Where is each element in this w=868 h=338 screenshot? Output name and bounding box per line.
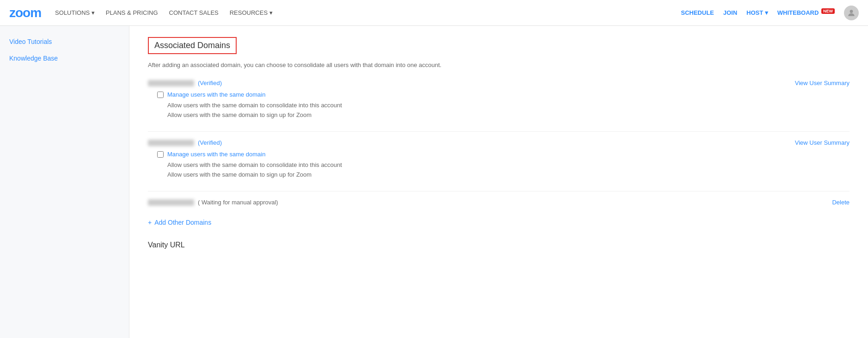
domain-entry-1: (Verified) View User Summary Manage user…	[148, 80, 850, 118]
section-description: After adding an associated domain, you c…	[148, 61, 850, 68]
manage-checkbox-row-1: Manage users with the same domain	[157, 91, 850, 98]
option-consolidate-2: Allow users with the same domain to cons…	[167, 161, 850, 168]
manage-checkbox-row-2: Manage users with the same domain	[157, 151, 850, 158]
view-summary-link-2[interactable]: View User Summary	[795, 139, 850, 146]
manage-label-1[interactable]: Manage users with the same domain	[167, 91, 265, 98]
nav-schedule[interactable]: SCHEDULE	[681, 9, 714, 16]
domain-status-1: (Verified)	[198, 80, 222, 86]
user-avatar[interactable]	[844, 6, 859, 20]
option-signup-2: Allow users with the same domain to sign…	[167, 171, 850, 178]
nav-right: SCHEDULE JOIN HOST ▾ WHITEBOARD NEW	[681, 6, 859, 20]
nav-join[interactable]: JOIN	[723, 9, 737, 16]
domain-header-3: ( Waiting for manual approval) Delete	[148, 199, 850, 206]
manage-checkbox-2[interactable]	[157, 151, 164, 158]
main-content: Associated Domains After adding an assoc…	[129, 26, 868, 338]
sidebar-item-video-tutorials[interactable]: Video Tutorials	[0, 33, 129, 50]
nav-resources[interactable]: RESOURCES ▾	[230, 9, 273, 16]
domain-header-2: (Verified) View User Summary	[148, 139, 850, 146]
domain-header-1: (Verified) View User Summary	[148, 80, 850, 86]
nav-plans[interactable]: PLANS & PRICING	[106, 9, 158, 16]
domain-divider-2	[148, 191, 850, 191]
page-layout: Video Tutorials Knowledge Base Associate…	[0, 26, 868, 338]
manage-label-2[interactable]: Manage users with the same domain	[167, 151, 265, 158]
option-consolidate-1: Allow users with the same domain to cons…	[167, 102, 850, 109]
domain-options-1: Manage users with the same domain Allow …	[157, 91, 850, 118]
nav-solutions[interactable]: SOLUTIONS ▾	[55, 9, 95, 16]
domain-blurred-2	[148, 140, 194, 146]
top-navigation: zoom SOLUTIONS ▾ PLANS & PRICING CONTACT…	[0, 0, 868, 26]
nav-contact[interactable]: CONTACT SALES	[169, 9, 219, 16]
vanity-url-title: Vanity URL	[148, 241, 850, 249]
domain-blurred-1	[148, 80, 194, 86]
manage-checkbox-1[interactable]	[157, 92, 164, 98]
domain-options-2: Manage users with the same domain Allow …	[157, 151, 850, 178]
add-other-domains-button[interactable]: + Add Other Domains	[148, 219, 850, 226]
sidebar: Video Tutorials Knowledge Base	[0, 26, 129, 338]
sidebar-item-knowledge-base[interactable]: Knowledge Base	[0, 50, 129, 67]
delete-link-3[interactable]: Delete	[832, 199, 850, 206]
domain-status-3: ( Waiting for manual approval)	[198, 199, 278, 206]
domain-header-left-1: (Verified)	[148, 80, 222, 86]
nav-whiteboard[interactable]: WHITEBOARD NEW	[777, 9, 835, 16]
domain-header-left-2: (Verified)	[148, 139, 222, 146]
domain-header-left-3: ( Waiting for manual approval)	[148, 199, 278, 206]
option-signup-1: Allow users with the same domain to sign…	[167, 111, 850, 118]
new-badge: NEW	[821, 8, 835, 14]
add-domains-label: Add Other Domains	[154, 219, 211, 226]
associated-domains-title: Associated Domains	[148, 37, 237, 54]
domain-status-2: (Verified)	[198, 139, 222, 146]
domain-entry-2: (Verified) View User Summary Manage user…	[148, 139, 850, 178]
plus-icon: +	[148, 219, 152, 226]
domain-blurred-3	[148, 199, 194, 206]
svg-point-0	[850, 10, 853, 13]
zoom-logo[interactable]: zoom	[9, 6, 41, 20]
view-summary-link-1[interactable]: View User Summary	[795, 80, 850, 86]
nav-links: SOLUTIONS ▾ PLANS & PRICING CONTACT SALE…	[55, 9, 681, 16]
nav-host[interactable]: HOST ▾	[746, 9, 768, 16]
domain-divider-1	[148, 131, 850, 132]
domain-entry-3: ( Waiting for manual approval) Delete	[148, 199, 850, 206]
